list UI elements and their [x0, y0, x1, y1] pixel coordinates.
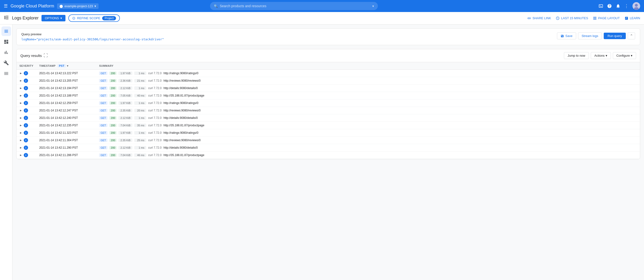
hamburger-menu[interactable]: ☰ [4, 3, 8, 9]
severity-cell: ► i [16, 114, 36, 122]
expand-row-button[interactable]: ► [20, 124, 22, 127]
last-15-minutes-button[interactable]: LAST 15 MINUTES [556, 16, 588, 20]
method-badge: GET [99, 109, 108, 112]
actions-button[interactable]: Actions ▾ [591, 52, 611, 59]
timestamp-cell: 2021-01-14 13:42:11.290 PST [36, 144, 96, 152]
sidebar-item-logs[interactable] [2, 26, 11, 36]
table-row: ► i 2021-01-14 13:42:11.286 PST GET 200 … [16, 152, 640, 159]
col-timestamp[interactable]: TIMESTAMP PST ▾ [36, 62, 96, 70]
sidebar-item-dashboard[interactable] [2, 37, 11, 47]
url-text: http://details:9080/details/0 [164, 116, 198, 119]
nav-icons: ⋮ [598, 2, 640, 10]
status-badge: 200 [109, 101, 116, 105]
timestamp-cell: 2021-01-14 13:42:12.235 PST [36, 122, 96, 129]
sidebar-toggle[interactable] [4, 15, 9, 21]
expand-row-button[interactable]: ► [20, 154, 22, 157]
expand-row-button[interactable]: ► [20, 109, 22, 112]
duration-badge: 21 ms [134, 79, 146, 82]
expand-row-button[interactable]: ► [20, 86, 22, 90]
size-badge: 7.04 KiB [118, 124, 132, 127]
expand-row-button[interactable]: ► [20, 146, 22, 149]
method-badge: GET [99, 86, 108, 90]
tz-chevron-icon: ▾ [67, 64, 68, 67]
learn-button[interactable]: LEARN [624, 16, 640, 20]
summary-cell: GET 200 1.97 KiB 1 ms curl 7.72.0 http:/… [96, 70, 640, 77]
severity-badge: i [24, 146, 28, 150]
table-row: ► i 2021-01-14 13:42:13.188 PST GET 200 … [16, 92, 640, 99]
timestamp-cell: 2021-01-14 13:42:13.205 PST [36, 77, 96, 85]
size-badge: 2.36 KiB [118, 79, 132, 82]
help-icon[interactable] [607, 4, 612, 9]
severity-cell: ► i [16, 77, 36, 85]
expand-row-button[interactable]: ► [20, 131, 22, 134]
terminal-icon[interactable] [598, 4, 603, 9]
user-agent-text: curl 7.72.0 [148, 101, 162, 105]
expand-row-button[interactable]: ► [20, 138, 22, 142]
method-badge: GET [99, 79, 108, 82]
url-text: http://35.188.81.87/productpage [164, 154, 204, 157]
search-bar[interactable]: 🔍 ▾ [210, 2, 378, 10]
share-link-button[interactable]: SHARE LINK [527, 16, 551, 20]
severity-badge: i [24, 138, 28, 143]
method-badge: GET [99, 124, 108, 127]
url-text: http://reviews:9080/reviews/0 [164, 138, 201, 142]
search-chevron-icon: ▾ [372, 4, 374, 8]
user-avatar[interactable] [632, 2, 640, 10]
notifications-icon[interactable] [616, 4, 620, 9]
expand-row-button[interactable]: ► [20, 101, 22, 105]
status-badge: 200 [109, 124, 116, 127]
expand-results-button[interactable]: ⛶ [44, 53, 48, 58]
size-badge: 7.05 KiB [118, 94, 132, 97]
duration-badge: 1 ms [134, 146, 146, 149]
collapse-button[interactable]: ⌃ [628, 32, 635, 39]
severity-badge: i [24, 101, 28, 105]
table-row: ► i 2021-01-14 13:42:12.235 PST GET 200 … [16, 122, 640, 129]
summary-cell: GET 200 2.12 KiB 1 ms curl 7.72.0 http:/… [96, 144, 640, 152]
severity-cell: ► i [16, 122, 36, 129]
run-query-button[interactable]: Run query [604, 33, 626, 39]
expand-row-button[interactable]: ► [20, 79, 22, 82]
user-agent-text: curl 7.72.0 [148, 116, 162, 119]
save-button[interactable]: Save [557, 32, 576, 39]
timestamp-cell: 2021-01-14 13:42:12.240 PST [36, 114, 96, 122]
project-name: example-project-123 [64, 4, 93, 8]
size-badge: 1.97 KiB [118, 131, 132, 134]
page-layout-button[interactable]: PAGE LAYOUT [593, 16, 620, 20]
jump-to-now-button[interactable]: Jump to now [564, 52, 589, 59]
user-agent-text: curl 7.72.0 [148, 79, 162, 82]
search-icon: 🔍 [214, 4, 218, 8]
expand-row-button[interactable]: ► [20, 94, 22, 97]
options-button[interactable]: OPTIONS ▾ [42, 15, 66, 21]
duration-badge: 1 ms [134, 131, 146, 134]
refine-scope-button[interactable]: ⊙ REFINE SCOPE Project [68, 15, 120, 22]
user-agent-text: curl 7.72.0 [148, 86, 162, 90]
project-selector[interactable]: ⬤ example-project-123 ▾ [57, 3, 98, 9]
query-preview-left: Query preview logName="projects/asm-audi… [21, 32, 164, 41]
severity-badge: i [24, 131, 28, 135]
expand-row-button[interactable]: ► [20, 116, 22, 119]
timestamp-cell: 2021-01-14 13:42:13.188 PST [36, 92, 96, 99]
severity-badge: i [24, 93, 28, 98]
actions-chevron-icon: ▾ [606, 54, 607, 57]
results-actions: Jump to now Actions ▾ Configure ▾ [564, 52, 636, 59]
table-header: SEVERITY TIMESTAMP PST ▾ SUMMARY [16, 62, 640, 70]
sidebar [0, 25, 12, 280]
summary-cell: GET 200 7.04 KiB 46 ms curl 7.72.0 http:… [96, 152, 640, 159]
search-input[interactable] [220, 4, 370, 8]
stream-logs-button[interactable]: Stream logs [578, 32, 602, 39]
results-title: Query results [20, 54, 42, 58]
sidebar-item-tools[interactable] [2, 58, 11, 68]
severity-badge: i [24, 116, 28, 120]
summary-cell: GET 200 2.12 KiB 1 ms curl 7.72.0 http:/… [96, 85, 640, 92]
configure-button[interactable]: Configure ▾ [613, 52, 636, 59]
user-agent-text: curl 7.72.0 [148, 94, 162, 97]
severity-badge: i [24, 123, 28, 127]
more-options-icon[interactable]: ⋮ [624, 3, 629, 9]
size-badge: 2.12 KiB [118, 116, 132, 119]
expand-row-button[interactable]: ► [20, 72, 22, 75]
sidebar-item-metrics[interactable] [2, 48, 11, 57]
user-agent-text: curl 7.72.0 [148, 146, 162, 149]
severity-badge: i [24, 153, 28, 157]
sidebar-item-list[interactable] [2, 69, 11, 78]
url-text: http://ratings:9080/ratings/0 [164, 72, 198, 75]
